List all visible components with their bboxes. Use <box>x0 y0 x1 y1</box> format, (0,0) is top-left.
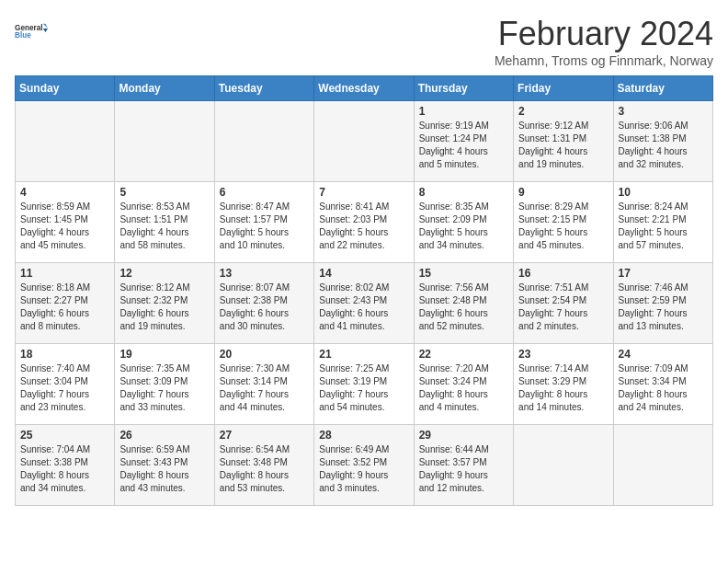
calendar-cell: 13Sunrise: 8:07 AM Sunset: 2:38 PM Dayli… <box>214 263 313 344</box>
day-info: Sunrise: 7:14 AM Sunset: 3:29 PM Dayligh… <box>518 362 608 414</box>
day-info: Sunrise: 7:56 AM Sunset: 2:48 PM Dayligh… <box>419 282 508 333</box>
day-info: Sunrise: 8:02 AM Sunset: 2:43 PM Dayligh… <box>319 282 408 333</box>
day-number: 2 <box>518 105 608 118</box>
col-header-friday: Friday <box>514 76 613 101</box>
calendar-cell: 18Sunrise: 7:40 AM Sunset: 3:04 PM Dayli… <box>16 344 115 425</box>
col-header-tuesday: Tuesday <box>214 76 313 101</box>
day-info: Sunrise: 9:19 AM Sunset: 1:24 PM Dayligh… <box>419 120 508 171</box>
calendar-cell: 11Sunrise: 8:18 AM Sunset: 2:27 PM Dayli… <box>16 263 115 344</box>
day-info: Sunrise: 7:40 AM Sunset: 3:04 PM Dayligh… <box>20 362 109 414</box>
day-info: Sunrise: 8:29 AM Sunset: 2:15 PM Dayligh… <box>518 201 608 252</box>
day-number: 16 <box>518 267 608 280</box>
day-number: 24 <box>619 348 708 361</box>
calendar-cell: 19Sunrise: 7:35 AM Sunset: 3:09 PM Dayli… <box>115 344 214 425</box>
day-info: Sunrise: 7:20 AM Sunset: 3:24 PM Dayligh… <box>419 362 508 414</box>
day-info: Sunrise: 7:35 AM Sunset: 3:09 PM Dayligh… <box>119 362 209 414</box>
day-number: 11 <box>20 267 109 280</box>
day-number: 26 <box>119 429 209 442</box>
day-number: 10 <box>619 186 708 199</box>
day-number: 5 <box>119 186 209 199</box>
calendar-cell: 27Sunrise: 6:54 AM Sunset: 3:48 PM Dayli… <box>214 425 313 506</box>
day-number: 23 <box>518 348 608 361</box>
day-info: Sunrise: 8:47 AM Sunset: 1:57 PM Dayligh… <box>220 201 309 252</box>
day-number: 12 <box>119 267 209 280</box>
day-number: 4 <box>20 186 109 199</box>
day-number: 27 <box>220 429 309 442</box>
calendar-cell: 3Sunrise: 9:06 AM Sunset: 1:38 PM Daylig… <box>613 101 712 182</box>
day-number: 15 <box>419 267 508 280</box>
col-header-wednesday: Wednesday <box>314 76 414 101</box>
calendar-cell: 10Sunrise: 8:24 AM Sunset: 2:21 PM Dayli… <box>613 182 712 263</box>
calendar-cell: 9Sunrise: 8:29 AM Sunset: 2:15 PM Daylig… <box>514 182 613 263</box>
day-info: Sunrise: 7:04 AM Sunset: 3:38 PM Dayligh… <box>20 443 109 495</box>
calendar-cell: 8Sunrise: 8:35 AM Sunset: 2:09 PM Daylig… <box>414 182 513 263</box>
day-number: 18 <box>20 348 109 361</box>
day-number: 9 <box>518 186 608 199</box>
day-number: 20 <box>220 348 309 361</box>
calendar-cell <box>16 101 115 182</box>
location-subtitle: Mehamn, Troms og Finnmark, Norway <box>495 53 713 68</box>
calendar-cell: 24Sunrise: 7:09 AM Sunset: 3:34 PM Dayli… <box>613 344 712 425</box>
day-info: Sunrise: 7:51 AM Sunset: 2:54 PM Dayligh… <box>518 282 608 333</box>
calendar-cell: 4Sunrise: 8:59 AM Sunset: 1:45 PM Daylig… <box>16 182 115 263</box>
day-info: Sunrise: 9:06 AM Sunset: 1:38 PM Dayligh… <box>619 120 708 171</box>
day-info: Sunrise: 6:44 AM Sunset: 3:57 PM Dayligh… <box>419 443 508 495</box>
day-info: Sunrise: 7:30 AM Sunset: 3:14 PM Dayligh… <box>220 362 309 414</box>
day-info: Sunrise: 8:53 AM Sunset: 1:51 PM Dayligh… <box>119 201 209 252</box>
day-info: Sunrise: 6:54 AM Sunset: 3:48 PM Dayligh… <box>220 443 309 495</box>
calendar-cell <box>613 425 712 506</box>
day-info: Sunrise: 7:25 AM Sunset: 3:19 PM Dayligh… <box>319 362 408 414</box>
col-header-saturday: Saturday <box>613 76 712 101</box>
day-number: 14 <box>319 267 408 280</box>
header: General Blue February 2024 Mehamn, Troms… <box>15 15 713 68</box>
calendar-cell: 1Sunrise: 9:19 AM Sunset: 1:24 PM Daylig… <box>414 101 513 182</box>
calendar-cell: 23Sunrise: 7:14 AM Sunset: 3:29 PM Dayli… <box>514 344 613 425</box>
svg-marker-2 <box>43 24 48 29</box>
svg-text:General: General <box>15 24 43 32</box>
logo: General Blue <box>15 15 48 48</box>
col-header-thursday: Thursday <box>414 76 513 101</box>
day-info: Sunrise: 9:12 AM Sunset: 1:31 PM Dayligh… <box>518 120 608 171</box>
svg-text:Blue: Blue <box>15 31 31 40</box>
day-info: Sunrise: 8:18 AM Sunset: 2:27 PM Dayligh… <box>20 282 109 333</box>
calendar-cell: 12Sunrise: 8:12 AM Sunset: 2:32 PM Dayli… <box>115 263 214 344</box>
calendar-cell: 21Sunrise: 7:25 AM Sunset: 3:19 PM Dayli… <box>314 344 414 425</box>
day-info: Sunrise: 8:59 AM Sunset: 1:45 PM Dayligh… <box>20 201 109 252</box>
day-number: 19 <box>119 348 209 361</box>
day-number: 13 <box>220 267 309 280</box>
day-info: Sunrise: 7:09 AM Sunset: 3:34 PM Dayligh… <box>619 362 708 414</box>
title-area: February 2024 Mehamn, Troms og Finnmark,… <box>495 15 713 68</box>
calendar-cell: 17Sunrise: 7:46 AM Sunset: 2:59 PM Dayli… <box>613 263 712 344</box>
day-number: 29 <box>419 429 508 442</box>
calendar-cell: 22Sunrise: 7:20 AM Sunset: 3:24 PM Dayli… <box>414 344 513 425</box>
day-number: 7 <box>319 186 408 199</box>
svg-marker-3 <box>43 29 48 32</box>
calendar-cell <box>314 101 414 182</box>
day-number: 28 <box>319 429 408 442</box>
day-number: 22 <box>419 348 508 361</box>
calendar-cell: 20Sunrise: 7:30 AM Sunset: 3:14 PM Dayli… <box>214 344 313 425</box>
day-info: Sunrise: 8:41 AM Sunset: 2:03 PM Dayligh… <box>319 201 408 252</box>
day-info: Sunrise: 7:46 AM Sunset: 2:59 PM Dayligh… <box>619 282 708 333</box>
day-number: 8 <box>419 186 508 199</box>
day-info: Sunrise: 8:07 AM Sunset: 2:38 PM Dayligh… <box>220 282 309 333</box>
calendar-cell: 5Sunrise: 8:53 AM Sunset: 1:51 PM Daylig… <box>115 182 214 263</box>
day-number: 1 <box>419 105 508 118</box>
calendar-cell: 28Sunrise: 6:49 AM Sunset: 3:52 PM Dayli… <box>314 425 414 506</box>
calendar-cell: 15Sunrise: 7:56 AM Sunset: 2:48 PM Dayli… <box>414 263 513 344</box>
day-info: Sunrise: 8:24 AM Sunset: 2:21 PM Dayligh… <box>619 201 708 252</box>
calendar-cell: 6Sunrise: 8:47 AM Sunset: 1:57 PM Daylig… <box>214 182 313 263</box>
day-info: Sunrise: 6:59 AM Sunset: 3:43 PM Dayligh… <box>119 443 209 495</box>
day-number: 3 <box>619 105 708 118</box>
day-number: 17 <box>619 267 708 280</box>
calendar-cell <box>514 425 613 506</box>
day-number: 6 <box>220 186 309 199</box>
calendar-cell: 2Sunrise: 9:12 AM Sunset: 1:31 PM Daylig… <box>514 101 613 182</box>
day-number: 25 <box>20 429 109 442</box>
calendar-cell <box>115 101 214 182</box>
calendar-cell: 25Sunrise: 7:04 AM Sunset: 3:38 PM Dayli… <box>16 425 115 506</box>
day-info: Sunrise: 8:35 AM Sunset: 2:09 PM Dayligh… <box>419 201 508 252</box>
calendar-cell: 26Sunrise: 6:59 AM Sunset: 3:43 PM Dayli… <box>115 425 214 506</box>
day-info: Sunrise: 6:49 AM Sunset: 3:52 PM Dayligh… <box>319 443 408 495</box>
calendar-table: SundayMondayTuesdayWednesdayThursdayFrid… <box>15 75 713 506</box>
